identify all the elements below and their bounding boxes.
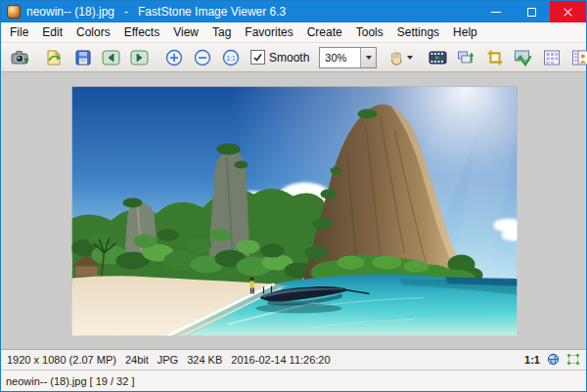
wallpaper-check-icon	[513, 48, 533, 67]
capture-button[interactable]	[6, 44, 34, 70]
menu-bar: File Edit Colors Effects View Tag Favori…	[1, 22, 586, 43]
zoom-ratio-label: 1:1	[524, 354, 540, 366]
browser-view-icon	[542, 48, 562, 67]
set-wallpaper-button[interactable]	[509, 44, 537, 70]
arrow-left-icon	[101, 48, 121, 67]
smooth-label: Smooth	[269, 51, 309, 65]
maximize-button[interactable]	[514, 1, 550, 22]
file-datetime: 2016-02-14 11:26:20	[231, 354, 330, 366]
sphere-icon	[547, 353, 560, 366]
zoom-in-button[interactable]	[159, 44, 188, 70]
menu-effects[interactable]: Effects	[117, 22, 166, 42]
hand-icon	[387, 49, 405, 66]
slideshow-icon	[428, 48, 448, 67]
file-size: 324 KB	[187, 354, 222, 366]
menu-tag[interactable]: Tag	[205, 22, 238, 42]
browser-preview-view-button[interactable]	[565, 44, 587, 70]
current-file-label: neowin-- (18).jpg [ 19 / 32 ]	[6, 375, 134, 387]
file-format: JPG	[158, 354, 178, 366]
previous-image-button[interactable]	[97, 44, 125, 70]
app-window: neowin-- (18).jpg - FastStone Image View…	[0, 0, 587, 392]
hand-dropdown-caret-icon	[407, 56, 413, 60]
crop-icon	[485, 48, 505, 67]
beach-photo-illustration	[71, 86, 517, 335]
compare-icon	[456, 48, 476, 67]
actual-size-status-button[interactable]	[547, 353, 560, 368]
photo-image[interactable]	[71, 86, 517, 335]
zoom-in-icon	[164, 48, 184, 67]
camera-icon	[10, 48, 30, 67]
close-icon	[563, 7, 573, 18]
color-depth: 24bit	[125, 354, 149, 366]
checkmark-icon	[252, 52, 263, 63]
smooth-option: Smooth	[250, 50, 309, 65]
file-bar: neowin-- (18).jpg [ 19 / 32 ]	[1, 370, 586, 391]
minimize-icon	[491, 12, 501, 13]
save-button[interactable]	[68, 44, 97, 70]
maximize-icon	[527, 8, 536, 17]
fit-window-status-button[interactable]	[566, 353, 580, 368]
zoom-percent-value: 30%	[320, 48, 360, 67]
menu-create[interactable]: Create	[300, 22, 349, 42]
open-button[interactable]	[40, 44, 68, 70]
chevron-down-icon	[366, 56, 372, 60]
menu-tools[interactable]: Tools	[349, 22, 390, 42]
open-file-icon	[44, 48, 65, 67]
save-icon	[73, 48, 93, 67]
zoom-percent-dropdown-button[interactable]	[360, 48, 376, 67]
minimize-button[interactable]	[477, 1, 514, 22]
browser-preview-icon	[570, 48, 587, 67]
menu-colors[interactable]: Colors	[69, 22, 117, 42]
zoom-out-button[interactable]	[188, 44, 216, 70]
arrow-right-icon	[129, 48, 150, 67]
crop-button[interactable]	[480, 44, 509, 70]
svg-text:1:1: 1:1	[226, 54, 235, 61]
title-bar[interactable]: neowin-- (18).jpg - FastStone Image View…	[1, 1, 586, 22]
image-dimensions: 1920 x 1080 (2.07 MP)	[7, 354, 116, 366]
menu-help[interactable]: Help	[446, 22, 484, 42]
menu-file[interactable]: File	[1, 22, 35, 42]
image-canvas	[1, 72, 586, 349]
menu-favorites[interactable]: Favorites	[238, 22, 299, 42]
browser-view-button[interactable]	[537, 44, 565, 70]
close-button[interactable]	[550, 1, 586, 22]
status-bar: 1920 x 1080 (2.07 MP) 24bit JPG 324 KB 2…	[1, 349, 586, 370]
compare-images-button[interactable]	[452, 44, 480, 70]
actual-size-icon: 1:1	[221, 48, 241, 67]
hand-pan-button[interactable]	[383, 44, 418, 70]
window-title: neowin-- (18).jpg - FastStone Image View…	[26, 5, 286, 19]
menu-settings[interactable]: Settings	[390, 22, 446, 42]
fit-window-icon	[566, 353, 580, 366]
actual-size-button[interactable]: 1:1	[216, 44, 245, 70]
zoom-out-icon	[193, 48, 212, 67]
app-icon	[7, 5, 21, 19]
smooth-checkbox[interactable]	[250, 50, 265, 65]
toolbar: 1:1 Smooth 30%	[1, 43, 586, 72]
menu-view[interactable]: View	[166, 22, 205, 42]
next-image-button[interactable]	[125, 44, 154, 70]
zoom-percent-combo[interactable]: 30%	[319, 47, 377, 68]
slideshow-button[interactable]	[424, 44, 452, 70]
menu-edit[interactable]: Edit	[35, 22, 69, 42]
